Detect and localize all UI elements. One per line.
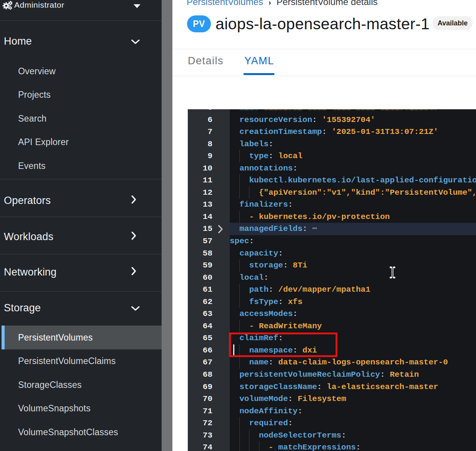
- sidebar-section-operators[interactable]: Operators: [0, 189, 162, 212]
- sidebar-item-api-explorer[interactable]: API Explorer: [0, 130, 162, 154]
- line-number: 15: [188, 223, 212, 235]
- sidebar-section-home[interactable]: Home: [0, 29, 162, 53]
- line-number: 65: [188, 332, 212, 344]
- code-text: accessModes:: [230, 308, 297, 320]
- yaml-editor[interactable]: 5 uid: 0adc17c2-66cb-4e8d-b083-52cd7f1e9…: [188, 109, 476, 451]
- breadcrumb: PersistentVolumes›PersistentVolume detai…: [187, 0, 377, 7]
- editor-line-6[interactable]: 6 resourceVersion: '155392704': [188, 114, 476, 126]
- code-text: - ReadWriteMany: [230, 320, 322, 332]
- nav-item-label: Projects: [18, 90, 51, 100]
- sidebar-scrollbar[interactable]: [162, 0, 172, 451]
- code-text: local:: [230, 272, 269, 284]
- code-text: type: local: [230, 150, 302, 162]
- sidebar-item-overview[interactable]: Overview: [0, 59, 162, 83]
- nav-item-label: Events: [18, 160, 46, 171]
- editor-line-61[interactable]: 61 path: /dev/mapper/mpatha1: [188, 284, 476, 296]
- editor-line-58[interactable]: 58 capacity:: [188, 247, 476, 260]
- mouse-ibeam-cursor: [389, 266, 396, 281]
- active-tab-underline: [244, 73, 274, 75]
- code-text: uid: 0adc17c2-66cb-4e8d-b083-52cd7f1e9c4…: [230, 109, 438, 114]
- line-number: 67: [188, 356, 212, 369]
- editor-line-63[interactable]: 63 accessModes:: [188, 308, 476, 320]
- nav-item-label: StorageClasses: [18, 379, 82, 390]
- editor-line-68[interactable]: 68 persistentVolumeReclaimPolicy: Retain: [188, 369, 476, 381]
- resource-badge-pv: PV: [187, 15, 211, 32]
- editor-line-5[interactable]: 5 uid: 0adc17c2-66cb-4e8d-b083-52cd7f1e9…: [188, 109, 476, 114]
- editor-line-10[interactable]: 10 annotations:: [188, 162, 476, 175]
- chevron-down-icon: [131, 35, 140, 47]
- line-number: 71: [188, 405, 212, 418]
- code-text: nodeSelectorTerms:: [230, 429, 346, 442]
- sidebar-section-workloads[interactable]: Workloads: [0, 225, 162, 249]
- line-number: 57: [188, 235, 212, 247]
- line-number: 14: [188, 211, 212, 223]
- status-badge: Available: [433, 16, 473, 30]
- sidebar-item-search[interactable]: Search: [0, 107, 162, 130]
- line-number: 63: [188, 308, 212, 320]
- line-number: 59: [188, 259, 212, 272]
- editor-line-60[interactable]: 60 local:: [188, 272, 476, 284]
- editor-line-14[interactable]: 14 - kubernetes.io/pv-protection: [188, 211, 476, 223]
- line-number: 7: [188, 126, 212, 138]
- editor-line-70[interactable]: 70 volumeMode: Filesystem: [188, 393, 476, 405]
- code-text: storage: 8Ti: [230, 259, 307, 272]
- editor-line-69[interactable]: 69 storageClassName: la-elasticsearch-ma…: [188, 381, 476, 393]
- code-text: storageClassName: la-elasticsearch-maste…: [230, 381, 438, 393]
- editor-line-74[interactable]: 74 - matchExpressions:: [188, 441, 476, 451]
- section-label: Workloads: [4, 231, 53, 243]
- editor-line-57[interactable]: 57spec:: [188, 235, 476, 247]
- section-label: Home: [4, 35, 32, 47]
- tab-yaml[interactable]: YAML: [244, 49, 274, 73]
- code-text: finalizers:: [230, 199, 293, 211]
- code-text: - kubernetes.io/pv-protection: [230, 211, 390, 223]
- nav-item-label: VolumeSnapshotClasses: [18, 427, 118, 437]
- sidebar-item-events[interactable]: Events: [0, 154, 162, 178]
- editor-line-8[interactable]: 8 labels:: [188, 138, 476, 150]
- editor-line-71[interactable]: 71 nodeAffinity:: [188, 405, 476, 418]
- code-text: managedFields: ⋯: [230, 223, 317, 235]
- editor-line-7[interactable]: 7 creationTimestamp: '2025-01-31T13:07:2…: [188, 126, 476, 138]
- code-text: creationTimestamp: '2025-01-31T13:07:21Z…: [230, 126, 438, 138]
- breadcrumb-link-persistentvolumes[interactable]: PersistentVolumes: [187, 0, 263, 7]
- code-text: resourceVersion: '155392704': [230, 114, 375, 126]
- nav-divider: [0, 217, 162, 217]
- selected-indicator-bar: [2, 326, 5, 349]
- editor-line-9[interactable]: 9 type: local: [188, 150, 476, 162]
- editor-line-15[interactable]: 15 managedFields: ⋯: [188, 223, 476, 235]
- sidebar-item-projects[interactable]: Projects: [0, 83, 162, 107]
- sidebar-item-volumesnapshots[interactable]: VolumeSnapshots: [0, 397, 162, 421]
- editor-line-13[interactable]: 13 finalizers:: [188, 199, 476, 211]
- code-text: annotations:: [230, 162, 297, 175]
- editor-line-11[interactable]: 11 kubectl.kubernetes.io/last-applied-co…: [188, 174, 476, 187]
- perspective-switcher[interactable]: Administrator: [0, 0, 162, 21]
- sidebar-item-persistentvolumeclaims[interactable]: PersistentVolumeClaims: [0, 349, 162, 373]
- nav-divider: [0, 179, 162, 179]
- line-number: 11: [188, 174, 212, 187]
- code-text: kubectl.kubernetes.io/last-applied-confi…: [230, 174, 476, 187]
- line-number: 69: [188, 381, 212, 393]
- tab-details[interactable]: Details: [188, 49, 224, 73]
- sidebar-nav: Administrator HomeOverviewProjectsSearch…: [0, 0, 162, 451]
- nav-item-label: Overview: [18, 66, 55, 76]
- editor-line-67[interactable]: 67 name: data-claim-logs-opensearch-mast…: [188, 356, 476, 369]
- sidebar-section-networking[interactable]: Networking: [0, 260, 162, 284]
- tabs: Details YAML: [172, 49, 476, 76]
- editor-line-59[interactable]: 59 storage: 8Ti: [188, 259, 476, 272]
- editor-line-73[interactable]: 73 nodeSelectorTerms:: [188, 429, 476, 442]
- editor-line-64[interactable]: 64 - ReadWriteMany: [188, 320, 476, 332]
- code-text: fsType: xfs: [230, 296, 302, 308]
- editor-line-12[interactable]: 12 {"apiVersion":"v1","kind":"Persistent…: [188, 187, 476, 199]
- sidebar-item-volumesnapshotclasses[interactable]: VolumeSnapshotClasses: [0, 420, 162, 444]
- line-number: 66: [188, 344, 212, 357]
- editor-line-62[interactable]: 62 fsType: xfs: [188, 296, 476, 308]
- breadcrumb-current: PersistentVolume details: [276, 0, 377, 7]
- editor-line-72[interactable]: 72 required:: [188, 417, 476, 429]
- line-number: 9: [188, 150, 212, 162]
- sidebar-section-storage[interactable]: Storage: [0, 296, 162, 320]
- sidebar-item-persistentvolumes[interactable]: PersistentVolumes: [0, 326, 162, 349]
- line-number: 68: [188, 369, 212, 381]
- code-text: labels:: [230, 138, 273, 150]
- fold-chevron-icon[interactable]: [217, 224, 224, 236]
- sidebar-item-storageclasses[interactable]: StorageClasses: [0, 373, 162, 397]
- nav-item-label: Search: [18, 113, 47, 124]
